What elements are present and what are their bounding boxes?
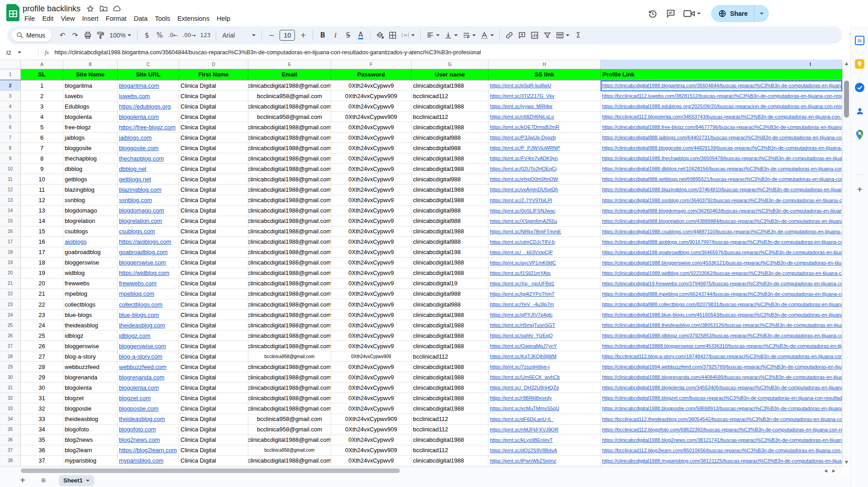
cell-B29[interactable]: webbuzzfeed: [63, 362, 118, 372]
cell-B19[interactable]: bloggerswise: [63, 258, 118, 268]
cell-D20[interactable]: Clinica Digital: [179, 268, 248, 279]
cell-E25[interactable]: clinicabcdigital1988@gmail.com: [248, 320, 331, 331]
cell-D29[interactable]: Clinica Digital: [179, 362, 248, 372]
cell-F37[interactable]: 0Xth24vxCypwv909: [331, 445, 412, 456]
row-header-9[interactable]: 9: [0, 153, 21, 164]
cell-I11[interactable]: https://clinicabcdigital988.getblogs.net…: [601, 174, 842, 184]
cell-F27[interactable]: 0Xth24vxCypwv9: [331, 341, 412, 351]
cell-B31[interactable]: blogolenta: [63, 383, 118, 393]
ss_link-link[interactable]: https://prnt.sc/P3JwUp-Dogzb: [490, 135, 556, 140]
cell-F13[interactable]: 0Xth24vxCypwv9: [331, 195, 412, 206]
cell-B16[interactable]: csublogs: [63, 227, 118, 237]
cell-A37[interactable]: 36: [21, 445, 63, 456]
insert-chart-button[interactable]: [528, 29, 541, 42]
cell-C35[interactable]: blogofoto.com: [118, 425, 179, 435]
cell-B7[interactable]: jaiblogs: [63, 132, 118, 143]
cell-D10[interactable]: Clinica Digital: [179, 164, 248, 174]
cell-C23[interactable]: collectblogs.com: [118, 299, 179, 310]
cell-A9[interactable]: 8: [21, 153, 63, 164]
bold-button[interactable]: B: [316, 29, 329, 42]
cell-A34[interactable]: 33: [21, 414, 63, 425]
row-header-30[interactable]: 30: [0, 372, 21, 383]
cell-F18[interactable]: 0Xth24vxCypwv9: [331, 247, 412, 258]
cell-C15[interactable]: blogrelation.com: [118, 216, 179, 227]
cell-G24[interactable]: clinicabcdigital1988: [412, 310, 489, 320]
cell-C24[interactable]: blue-blogs.com: [118, 310, 179, 320]
cell-I23[interactable]: https://clinicabcdigital988.collectblogs…: [601, 299, 842, 310]
cell-A30[interactable]: 29: [21, 372, 63, 383]
cell-H27[interactable]: https://prnt.sc/OaqnaMpJ7ynY: [489, 341, 601, 351]
profile_link-link[interactable]: https://bcclinicad112.theideasblog.com/3…: [602, 416, 842, 422]
cell-A7[interactable]: 6: [21, 132, 63, 143]
profile_link-link[interactable]: https://clinicabcdigital1988.bloggerswis…: [602, 260, 842, 265]
profile_link-link[interactable]: https://clinicabcdigital1994.webbuzzfeed…: [602, 364, 842, 369]
sheets-logo-icon[interactable]: [6, 4, 20, 21]
horizontal-scrollbar[interactable]: ◀ ▶: [0, 467, 842, 474]
site_url-link[interactable]: blogofoto.com: [119, 426, 156, 433]
ss_link-link[interactable]: https://prnt.sc/c68ZH6NiLsLo: [490, 114, 554, 119]
cell-F7[interactable]: 0Xth24vxCypwv9: [331, 132, 412, 143]
ss_link-link[interactable]: https://prnt.sc/l1Sil21mYAto: [490, 270, 550, 276]
profile_link-link[interactable]: https://clinicabcdigital1988.theideasblo…: [602, 322, 842, 328]
site_url-link[interactable]: bloggerswise.com: [119, 259, 166, 266]
cell-B17[interactable]: aioblogs: [63, 237, 118, 247]
cell-C29[interactable]: webbuzzfeed.com: [118, 362, 179, 372]
site_url-link[interactable]: ssnblog.com: [119, 197, 152, 203]
cell-F36[interactable]: 0Xth24vxCypwv9: [331, 435, 412, 445]
cell-E24[interactable]: clinicabcdigital1988@gmail.com: [248, 310, 331, 320]
cell-H8[interactable]: https://prnt.sc/P_PJWViuWRNP: [489, 143, 601, 153]
cell-H10[interactable]: https://prnt.sc/02UTo2HOEqCj: [489, 164, 601, 174]
site_url-link[interactable]: dbblog.net: [119, 165, 147, 172]
cell-C8[interactable]: bloggosite.com: [118, 143, 179, 153]
cell-I34[interactable]: https://bcclinicad112.theideasblog.com/3…: [601, 414, 842, 425]
site_url-link[interactable]: blog2news.com: [119, 436, 160, 443]
site_url-link[interactable]: https://widblog.com: [119, 270, 169, 276]
menu-tools[interactable]: Tools: [151, 14, 174, 24]
cell-A16[interactable]: 15: [21, 227, 63, 237]
cell-D2[interactable]: Clinica Digital: [179, 80, 248, 91]
cell-C38[interactable]: myparisblog.com: [118, 456, 179, 466]
ss_link-link[interactable]: https://prnt.sc/XSjgm6mA255u: [490, 218, 557, 224]
cell-F31[interactable]: 0Xth24vxCypwv9: [331, 383, 412, 393]
cell-A23[interactable]: 22: [21, 299, 63, 310]
row-header-24[interactable]: 24: [0, 310, 21, 320]
cell-D32[interactable]: Clinica Digital: [179, 393, 248, 403]
cloud-saved-icon[interactable]: [113, 5, 121, 13]
vertical-align-button[interactable]: [442, 29, 460, 42]
select-all-corner[interactable]: [0, 60, 21, 69]
cell-G19[interactable]: clinicabcdigital1988: [412, 258, 489, 268]
ss_link-link[interactable]: https://prnt.sc/aycVP1mKj9dC: [490, 260, 556, 265]
cell-E29[interactable]: clinicabcdigital1988@gmail.com: [248, 362, 331, 372]
video-call-icon[interactable]: [683, 8, 701, 19]
cell-A25[interactable]: 24: [21, 320, 63, 331]
cell-I14[interactable]: https://clinicabcdigital988.blogdomago.c…: [601, 206, 842, 216]
row-header-29[interactable]: 29: [0, 362, 21, 372]
row-header-35[interactable]: 35: [0, 425, 21, 435]
cell-G7[interactable]: clinicabcdigital988: [412, 132, 489, 143]
cell-A6[interactable]: 5: [21, 122, 63, 132]
profile_link-link[interactable]: https://clinicabcdigital1988.blue-blogs.…: [602, 312, 842, 317]
row-header-32[interactable]: 32: [0, 393, 21, 403]
cell-D19[interactable]: Clinica Digital: [179, 258, 248, 268]
cell-F34[interactable]: 0Xth24vxCypwv909: [331, 414, 412, 425]
functions-button[interactable]: Σ: [572, 29, 584, 42]
column-header-C[interactable]: C: [118, 60, 179, 69]
column-header-D[interactable]: D: [179, 60, 248, 69]
borders-button[interactable]: [386, 29, 399, 42]
cell-G14[interactable]: clinicabcdigital988: [412, 206, 489, 216]
row-header-17[interactable]: 17: [0, 237, 21, 247]
cell-I7[interactable]: https://clinicabcdigital988.jaiblogs.com…: [601, 132, 842, 143]
cell-I8[interactable]: https://clinicabcdigital988.bloggosite.c…: [601, 143, 842, 153]
row-header-3[interactable]: 3: [0, 91, 21, 101]
scroll-down-icon[interactable]: ▼: [845, 460, 848, 464]
profile_link-link[interactable]: https://clinicabcdigital1988.blogzet.com…: [602, 395, 842, 401]
profile_link-link[interactable]: https://bcclinicad112.blog-a-story.com/1…: [602, 354, 842, 359]
cell-E38[interactable]: clinicabcdigital1988@gmail.com: [248, 456, 331, 466]
format-currency-button[interactable]: $: [141, 29, 153, 42]
cell-I17[interactable]: https://clinicabcdigital988.aioblogs.com…: [601, 237, 842, 247]
cell-C5[interactable]: blogolenta.com: [118, 112, 179, 122]
row-header-11[interactable]: 11: [0, 174, 21, 184]
cell-D25[interactable]: Clinica Digital: [179, 320, 248, 331]
cell-G23[interactable]: clinicabcdigital988: [412, 299, 489, 310]
cell-G28[interactable]: bcclinicad112: [412, 351, 489, 362]
